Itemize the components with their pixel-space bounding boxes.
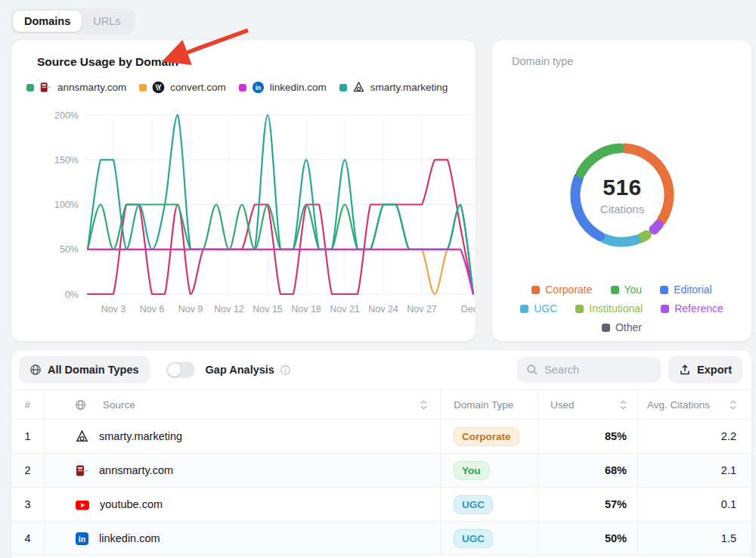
legend-swatch <box>520 305 528 313</box>
legend-label: linkedin.com <box>270 82 327 93</box>
tab-domains[interactable]: Domains <box>13 11 82 32</box>
legend-swatch <box>602 324 610 332</box>
legend-label: convert.com <box>170 82 226 93</box>
linkedin-favicon: in <box>252 81 265 94</box>
donut-legend-item-reference[interactable]: Reference <box>661 302 723 315</box>
legend-label: Institutional <box>589 302 643 315</box>
legend-swatch <box>661 305 669 313</box>
svg-text:Nov 27: Nov 27 <box>407 304 437 315</box>
smarty-favicon <box>352 81 365 94</box>
svg-text:Nov 3: Nov 3 <box>101 304 126 315</box>
svg-text:200%: 200% <box>54 110 79 121</box>
svg-text:in: in <box>256 84 262 91</box>
donut-legend-item-corporate[interactable]: Corporate <box>531 284 592 296</box>
legend-swatch <box>575 305 584 313</box>
donut-legend-item-you[interactable]: You <box>611 284 643 296</box>
used-value: 57% <box>605 498 627 510</box>
domain-card-title: Domain type <box>512 55 751 67</box>
donut-legend-item-editorial[interactable]: Editorial <box>660 284 712 296</box>
sort-icon[interactable] <box>420 400 427 410</box>
legend-label: UGC <box>534 302 557 315</box>
header-num: # <box>11 390 45 419</box>
svg-text:in: in <box>79 534 85 543</box>
tab-urls[interactable]: URLs <box>82 11 132 32</box>
search-icon <box>526 364 538 376</box>
donut-legend-item-institutional[interactable]: Institutional <box>575 302 643 315</box>
svg-text:150%: 150% <box>54 155 79 166</box>
row-number: 3 <box>11 488 45 521</box>
legend-item-convert-com[interactable]: convert.com <box>139 81 226 94</box>
all-domain-types-button[interactable]: All Domain Types <box>19 356 150 383</box>
source-usage-card: Source Usage by Domain annsmarty.comconv… <box>11 39 476 342</box>
svg-text:Nov 6: Nov 6 <box>140 304 165 315</box>
legend-swatch <box>26 84 34 91</box>
legend-label: Other <box>615 321 642 333</box>
domain-type-badge: UGC <box>454 495 493 514</box>
legend-label: You <box>624 284 643 296</box>
search-box[interactable] <box>517 357 661 383</box>
svg-text:Nov 9: Nov 9 <box>178 304 203 315</box>
sort-icon[interactable] <box>730 400 736 410</box>
legend-item-linkedin-com[interactable]: inlinkedin.com <box>239 81 327 94</box>
svg-text:Dec 1: Dec 1 <box>461 304 476 315</box>
info-icon[interactable] <box>280 364 291 376</box>
row-number: 2 <box>11 454 45 487</box>
domain-type-badge: UGC <box>454 529 493 548</box>
domain-type-card: Domain type 516 Citations CorporateYouEd… <box>491 39 752 342</box>
legend-label: annsmarty.com <box>57 82 126 93</box>
convert-favicon <box>152 81 165 94</box>
legend-label: Corporate <box>545 284 592 296</box>
header-avg-citations[interactable]: Avg. Citations <box>638 390 751 419</box>
gap-analysis-label: Gap Analysis <box>206 364 291 376</box>
gap-analysis-toggle[interactable] <box>166 362 195 378</box>
donut-legend: CorporateYouEditorialUGCInstitutionalRef… <box>492 284 751 333</box>
filter-button-label: All Domain Types <box>48 364 139 376</box>
toggle-knob <box>168 364 181 377</box>
legend-item-smarty-marketing[interactable]: smarty.marketing <box>339 81 448 94</box>
avg-citations-value: 2.2 <box>721 430 736 442</box>
table-row[interactable]: 1 smarty.marketing Corporate 85% 2.2 <box>11 420 751 454</box>
export-button-label: Export <box>697 364 732 376</box>
svg-text:Nov 15: Nov 15 <box>253 304 283 315</box>
globe-icon <box>75 399 86 411</box>
smarty-marketing-favicon <box>75 429 89 444</box>
youtube-favicon <box>75 498 90 512</box>
donut-legend-item-other[interactable]: Other <box>602 321 642 333</box>
legend-swatch <box>660 286 668 294</box>
source-domain: annsmarty.com <box>99 464 173 476</box>
header-used[interactable]: Used <box>538 390 638 419</box>
sort-icon[interactable] <box>620 400 627 410</box>
domain-type-badge: You <box>454 461 489 480</box>
sources-table-card: All Domain Types Gap Analysis <box>11 349 752 558</box>
table-row[interactable]: 3 youtube.com UGC 57% 0.1 <box>11 488 751 522</box>
header-source[interactable]: Source <box>45 390 442 419</box>
table-row[interactable]: 2 annsmarty.com You 68% 2.1 <box>11 454 751 488</box>
avg-citations-value: 1.5 <box>721 532 736 544</box>
table-header-row: # Source Domain Type Used <box>11 389 751 420</box>
table-row[interactable]: 4 in linkedin.com UGC 50% 1.5 <box>11 522 751 556</box>
citations-total: 516 <box>603 175 642 200</box>
svg-text:Nov 12: Nov 12 <box>214 304 244 315</box>
legend-swatch <box>531 286 540 294</box>
legend-label: smarty.marketing <box>370 82 448 93</box>
donut-legend-item-ugc[interactable]: UGC <box>520 302 557 315</box>
annsmarty-favicon <box>39 81 52 94</box>
search-input[interactable] <box>544 364 652 376</box>
export-button[interactable]: Export <box>668 356 742 383</box>
svg-text:100%: 100% <box>54 200 79 210</box>
used-value: 85% <box>605 430 627 442</box>
usage-card-title: Source Usage by Domain <box>37 55 476 69</box>
legend-swatch <box>139 84 147 91</box>
legend-label: Reference <box>674 302 723 315</box>
source-domain: youtube.com <box>100 498 163 510</box>
header-domain-type: Domain Type <box>442 390 538 419</box>
table-controls: All Domain Types Gap Analysis <box>11 350 751 389</box>
citations-total-label: Citations <box>600 203 644 215</box>
row-number: 4 <box>11 522 45 555</box>
source-domain: smarty.marketing <box>99 430 182 442</box>
legend-item-annsmarty-com[interactable]: annsmarty.com <box>26 81 126 94</box>
source-domain: linkedin.com <box>99 532 160 544</box>
legend-swatch <box>239 84 246 91</box>
legend-label: Editorial <box>674 284 712 296</box>
view-tabs: Domains URLs <box>11 8 135 34</box>
